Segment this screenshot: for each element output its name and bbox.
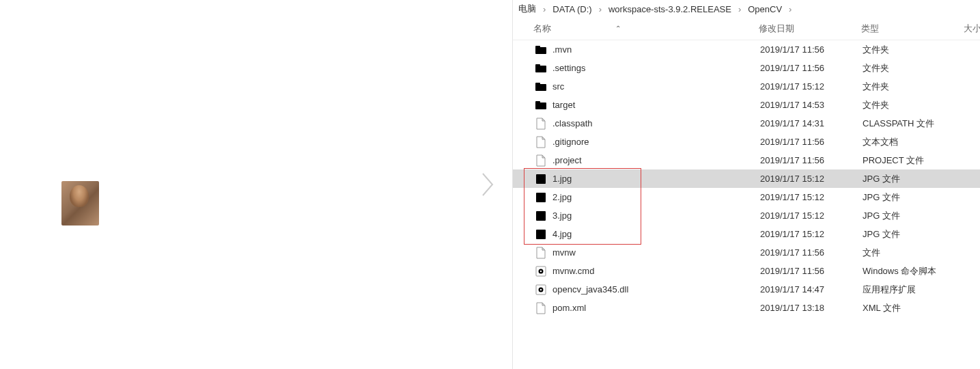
file-row[interactable]: .classpath2019/1/17 14:31CLASSPATH 文件 — [513, 114, 980, 133]
file-row[interactable]: src2019/1/17 15:12文件夹 — [513, 77, 980, 96]
file-date: 2019/1/17 14:53 — [760, 100, 863, 110]
folder-icon — [535, 81, 547, 93]
file-icon — [535, 136, 547, 148]
file-type: JPG 文件 — [863, 173, 965, 185]
file-name: opencv_java345.dll — [552, 284, 628, 295]
folder-icon — [535, 44, 547, 56]
column-header-label: 名称 — [533, 24, 551, 33]
file-type: 文件夹 — [863, 99, 965, 111]
image-file-icon — [535, 210, 547, 222]
file-icon — [535, 118, 547, 130]
file-date: 2019/1/17 11:56 — [760, 44, 863, 55]
file-row[interactable]: .mvn2019/1/17 11:56文件夹 — [513, 40, 980, 59]
gear-file-icon — [535, 284, 547, 296]
file-row[interactable]: mvnw.cmd2019/1/17 11:56Windows 命令脚本 — [513, 262, 980, 280]
file-name: src — [552, 81, 564, 92]
column-header-name[interactable]: 名称 ⌃ — [513, 23, 759, 35]
file-name: 4.jpg — [552, 229, 572, 239]
file-name: 2.jpg — [552, 192, 572, 202]
file-icon — [535, 154, 547, 167]
preview-image — [61, 181, 99, 226]
file-date: 2019/1/17 15:12 — [760, 81, 863, 92]
column-headers: 名称 ⌃ 修改日期 类型 大小 — [513, 18, 980, 40]
column-header-type[interactable]: 类型 — [861, 23, 964, 35]
file-date: 2019/1/17 15:12 — [760, 192, 863, 202]
file-type: Windows 命令脚本 — [863, 265, 965, 277]
file-row[interactable]: target2019/1/17 14:53文件夹 — [513, 96, 980, 114]
column-header-date[interactable]: 修改日期 — [759, 23, 861, 35]
file-date: 2019/1/17 15:12 — [760, 210, 863, 221]
breadcrumb-item[interactable]: DATA (D:) — [550, 3, 594, 16]
file-date: 2019/1/17 11:56 — [760, 266, 863, 276]
breadcrumb-item[interactable]: workspace-sts-3.9.2.RELEASE — [606, 3, 734, 16]
file-name: mvnw.cmd — [552, 266, 594, 276]
file-row[interactable]: .gitignore2019/1/17 11:56文本文档 — [513, 133, 980, 151]
file-row[interactable]: 2.jpg2019/1/17 15:12JPG 文件 — [513, 188, 980, 206]
chevron-right-icon: › — [786, 4, 794, 14]
sort-indicator-icon: ⌃ — [615, 25, 621, 32]
file-list[interactable]: .mvn2019/1/17 11:56文件夹.settings2019/1/17… — [513, 40, 980, 369]
file-date: 2019/1/17 11:56 — [760, 247, 863, 258]
file-type: 文件夹 — [863, 81, 965, 93]
file-explorer: 电脑 › DATA (D:) › workspace-sts-3.9.2.REL… — [513, 0, 980, 369]
file-date: 2019/1/17 11:56 — [760, 63, 863, 73]
file-date: 2019/1/17 14:47 — [760, 284, 863, 295]
file-name: .project — [552, 155, 582, 165]
file-name: mvnw — [552, 247, 576, 258]
file-row[interactable]: mvnw2019/1/17 11:56文件 — [513, 243, 980, 262]
file-type: 文件夹 — [863, 62, 965, 74]
file-type: PROJECT 文件 — [863, 154, 965, 167]
preview-panel — [0, 0, 513, 369]
file-date: 2019/1/17 15:12 — [760, 229, 863, 239]
file-name: .classpath — [552, 118, 593, 128]
file-name: .gitignore — [552, 137, 589, 147]
file-type: CLASSPATH 文件 — [863, 118, 965, 130]
image-file-icon — [535, 228, 547, 241]
file-row[interactable]: pom.xml2019/1/17 13:18XML 文件 — [513, 299, 980, 317]
file-date: 2019/1/17 11:56 — [760, 137, 863, 147]
file-type: XML 文件 — [863, 302, 965, 314]
breadcrumb-item[interactable]: 电脑 — [516, 1, 539, 16]
folder-icon — [535, 99, 547, 111]
file-name: pom.xml — [552, 303, 586, 313]
file-row[interactable]: .settings2019/1/17 11:56文件夹 — [513, 59, 980, 77]
file-date: 2019/1/17 15:12 — [760, 174, 863, 184]
folder-icon — [535, 62, 547, 74]
file-type: JPG 文件 — [863, 228, 965, 241]
chevron-right-icon: › — [596, 4, 604, 14]
chevron-right-icon: › — [736, 4, 744, 14]
file-date: 2019/1/17 13:18 — [760, 303, 863, 313]
file-type: 应用程序扩展 — [863, 284, 965, 296]
file-type: 文件夹 — [863, 44, 965, 56]
file-name: 3.jpg — [552, 210, 572, 221]
file-name: target — [552, 100, 575, 110]
column-header-size[interactable]: 大小 — [964, 23, 980, 35]
file-row[interactable]: .project2019/1/17 11:56PROJECT 文件 — [513, 151, 980, 169]
next-image-button[interactable] — [478, 167, 499, 202]
image-file-icon — [535, 191, 547, 204]
file-row[interactable]: 1.jpg2019/1/17 15:12JPG 文件 — [513, 169, 980, 188]
file-row[interactable]: 4.jpg2019/1/17 15:12JPG 文件 — [513, 225, 980, 243]
chevron-right-icon: › — [540, 4, 548, 14]
file-date: 2019/1/17 14:31 — [760, 118, 863, 128]
file-icon — [535, 247, 547, 259]
file-name: .settings — [552, 63, 585, 73]
gear-file-icon — [535, 265, 547, 277]
file-type: JPG 文件 — [863, 191, 965, 204]
file-row[interactable]: opencv_java345.dll2019/1/17 14:47应用程序扩展 — [513, 280, 980, 299]
file-type: JPG 文件 — [863, 210, 965, 222]
file-type: 文件 — [863, 247, 965, 259]
chevron-right-icon — [480, 171, 496, 198]
breadcrumb-item[interactable]: OpenCV — [745, 3, 785, 16]
file-row[interactable]: 3.jpg2019/1/17 15:12JPG 文件 — [513, 206, 980, 225]
image-file-icon — [535, 173, 547, 185]
breadcrumb: 电脑 › DATA (D:) › workspace-sts-3.9.2.REL… — [513, 0, 980, 18]
file-icon — [535, 302, 547, 314]
file-name: 1.jpg — [552, 174, 572, 184]
file-date: 2019/1/17 11:56 — [760, 155, 863, 165]
file-name: .mvn — [552, 44, 572, 55]
file-type: 文本文档 — [863, 136, 965, 148]
